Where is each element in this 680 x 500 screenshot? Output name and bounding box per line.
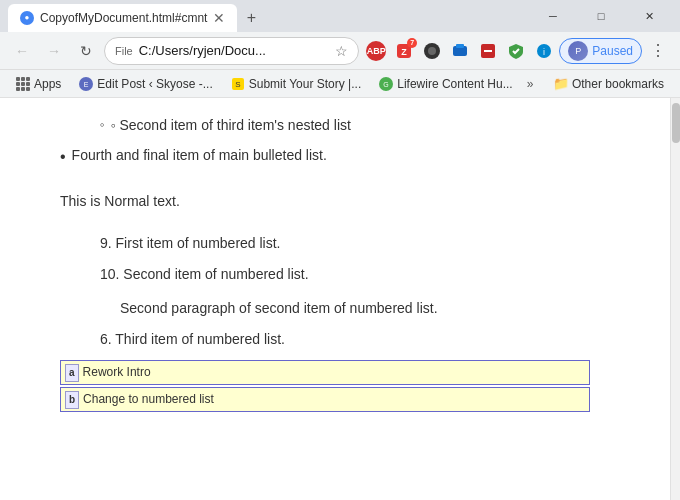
other-bookmarks-label: Other bookmarks (572, 77, 664, 91)
bookmark-edit-post[interactable]: E Edit Post ‹ Skyose -... (71, 75, 220, 93)
lifewire-label: Lifewire Content Hu... (397, 77, 512, 91)
numbered-9-text: 9. First item of numbered list. (100, 235, 281, 251)
comment-b-text: Change to numbered list (83, 390, 214, 409)
other-bookmarks-folder[interactable]: 📁 Other bookmarks (545, 74, 672, 93)
bullet-item-nested: ◦ ◦ Second item of third item's nested l… (100, 114, 630, 136)
page-area: ◦ ◦ Second item of third item's nested l… (0, 98, 680, 500)
ext-icon-3[interactable]: i (531, 38, 557, 64)
numbered-item-9: 9. First item of numbered list. (100, 232, 630, 254)
svg-rect-5 (456, 44, 464, 48)
comment-box-b: b Change to numbered list (60, 387, 590, 412)
comment-a-text: Rework Intro (83, 363, 151, 382)
comments-section: a Rework Intro b Change to numbered list (60, 360, 630, 412)
shield-icon[interactable] (503, 38, 529, 64)
bookmark-submit-story[interactable]: S Submit Your Story |... (223, 75, 370, 93)
scrollbar-thumb[interactable] (672, 103, 680, 143)
fourth-bullet-text: Fourth and final item of main bulleted l… (72, 144, 327, 166)
numbered-6-text: 6. Third item of numbered list. (100, 331, 285, 347)
tab-close-button[interactable]: ✕ (213, 10, 225, 26)
close-button[interactable]: ✕ (626, 0, 672, 32)
submit-story-label: Submit Your Story |... (249, 77, 362, 91)
url-text: C:/Users/ryjen/Docu... (139, 43, 330, 58)
maximize-button[interactable]: □ (578, 0, 624, 32)
apps-label: Apps (34, 77, 61, 91)
bullet-dash-icon: ◦ (100, 115, 105, 136)
page-content: ◦ ◦ Second item of third item's nested l… (0, 98, 670, 500)
bookmarks-bar: Apps E Edit Post ‹ Skyose -... S Submit … (0, 70, 680, 98)
titlebar: ● CopyofMyDocument.html#cmnt ✕ + ─ □ ✕ (0, 0, 680, 32)
toolbar-icons: ABP Z (363, 37, 672, 65)
normal-text: This is Normal text. (60, 193, 180, 209)
numbered-item-6: 6. Third item of numbered list. (100, 328, 630, 350)
comment-box-a: a Rework Intro (60, 360, 590, 385)
numbered-list-section: 9. First item of numbered list. 10. Seco… (60, 232, 630, 350)
extension-badge-icon[interactable]: Z (391, 38, 417, 64)
tab-favicon: ● (20, 11, 34, 25)
nested-bullet-item: ◦ ◦ Second item of third item's nested l… (60, 114, 630, 136)
edit-post-favicon: E (79, 77, 93, 91)
folder-icon: 📁 (553, 76, 569, 91)
tab-title: CopyofMyDocument.html#cmnt (40, 11, 207, 25)
red-extension-icon: Z (395, 42, 413, 60)
svg-point-3 (428, 47, 436, 55)
normal-text-para: This is Normal text. (60, 190, 630, 212)
tab-area: ● CopyofMyDocument.html#cmnt ✕ + (8, 0, 265, 32)
refresh-button[interactable]: ↻ (72, 37, 100, 65)
second-para-item: Second paragraph of second item of numbe… (120, 297, 630, 319)
svg-text:E: E (84, 81, 89, 88)
back-button[interactable]: ← (8, 37, 36, 65)
numbered-item-10: 10. Second item of numbered list. (100, 263, 630, 285)
bullet-dot-icon: • (60, 144, 66, 170)
dark-extension-icon[interactable] (419, 38, 445, 64)
ext-icon-red[interactable] (475, 38, 501, 64)
submit-story-favicon: S (231, 77, 245, 91)
svg-text:G: G (384, 81, 389, 88)
scrollbar[interactable] (670, 98, 680, 500)
profile-avatar: P (568, 41, 588, 61)
chrome-menu-button[interactable]: ⋮ (644, 37, 672, 65)
new-tab-button[interactable]: + (237, 4, 265, 32)
adblock-icon[interactable]: ABP (363, 38, 389, 64)
bookmark-star-icon[interactable]: ☆ (335, 43, 348, 59)
svg-text:i: i (543, 47, 545, 57)
nested-second-text: ◦ Second item of third item's nested lis… (111, 114, 351, 136)
active-tab[interactable]: ● CopyofMyDocument.html#cmnt ✕ (8, 4, 237, 32)
edit-post-label: Edit Post ‹ Skyose -... (97, 77, 212, 91)
ext-icon-1[interactable] (447, 38, 473, 64)
profile-label: Paused (592, 44, 633, 58)
addressbar: ← → ↻ File C:/Users/ryjen/Docu... ☆ ABP … (0, 32, 680, 70)
svg-text:Z: Z (402, 47, 408, 57)
window-controls: ─ □ ✕ (530, 0, 672, 32)
address-box[interactable]: File C:/Users/ryjen/Docu... ☆ (104, 37, 359, 65)
apps-grid-icon (16, 77, 30, 91)
second-para-text: Second paragraph of second item of numbe… (120, 300, 438, 316)
forward-button[interactable]: → (40, 37, 68, 65)
scheme-label: File (115, 45, 133, 57)
svg-text:S: S (235, 80, 240, 89)
content-section: ◦ ◦ Second item of third item's nested l… (60, 98, 670, 424)
profile-button[interactable]: P Paused (559, 38, 642, 64)
minimize-button[interactable]: ─ (530, 0, 576, 32)
comment-a-marker: a (65, 364, 79, 382)
comment-b-marker: b (65, 391, 79, 409)
numbered-10-text: 10. Second item of numbered list. (100, 266, 309, 282)
abp-logo: ABP (366, 41, 386, 61)
more-bookmarks-button[interactable]: » (523, 75, 538, 93)
fourth-bullet-item: • Fourth and final item of main bulleted… (60, 144, 630, 170)
bookmark-lifewire[interactable]: G Lifewire Content Hu... (371, 75, 520, 93)
lifewire-favicon: G (379, 77, 393, 91)
titlebar-left: ● CopyofMyDocument.html#cmnt ✕ + (8, 0, 530, 32)
bookmark-apps[interactable]: Apps (8, 75, 69, 93)
